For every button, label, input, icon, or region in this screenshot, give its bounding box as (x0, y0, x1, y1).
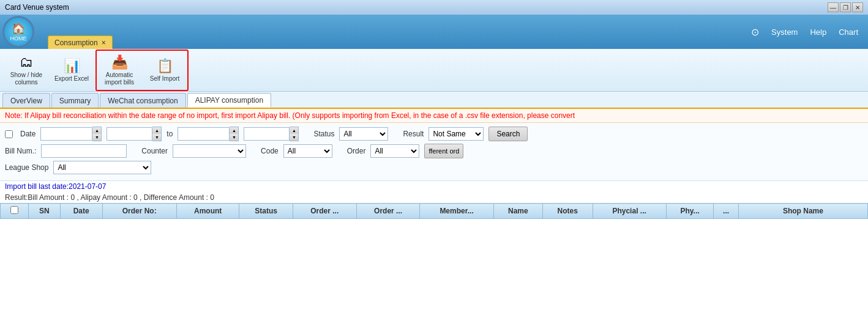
title-tab-area: Consumption × (43, 15, 751, 49)
date-from-input[interactable]: 2021-07-07 ▲ ▼ (40, 127, 102, 141)
info-bar: Import bill last date:2021-07-07 (0, 181, 868, 192)
self-import-label: Self Import (150, 75, 179, 83)
self-import-button[interactable]: 📋 Self Import (143, 52, 186, 89)
auto-import-icon: 📥 (111, 54, 128, 70)
col-order1: Order ... (293, 204, 356, 219)
order-type-button[interactable]: fferent ord (424, 144, 463, 158)
show-hide-columns-button[interactable]: 🗂 Show / hide columns (5, 52, 48, 89)
tab-wechat[interactable]: WeChat consumption (100, 93, 186, 108)
table-header-row: SN Date Order No: Amount Status Order ..… (1, 204, 868, 219)
export-excel-button[interactable]: 📊 Export Excel (50, 52, 93, 89)
home-label: HOME (10, 35, 27, 42)
nav-chart[interactable]: Chart (839, 28, 858, 37)
code-label: Code (261, 147, 279, 155)
order-select[interactable]: All (370, 144, 419, 158)
table-container[interactable]: SN Date Order No: Amount Status Order ..… (0, 203, 868, 310)
header-checkbox[interactable] (10, 206, 18, 214)
result-label: Result (403, 130, 424, 138)
filter-row-2: Bill Num.: Counter Code All Order All ff… (5, 144, 863, 158)
filter-row-1: Date 2021-07-07 ▲ ▼ 00:00:00 ▲ ▼ to (5, 127, 863, 141)
app-title: Card Venue system (5, 3, 69, 12)
data-table: SN Date Order No: Amount Status Order ..… (0, 203, 868, 219)
col-order2: Order ... (356, 204, 420, 219)
date-to-down[interactable]: ▼ (230, 134, 238, 141)
counter-select[interactable] (173, 144, 246, 158)
col-date: Date (60, 204, 102, 219)
title-bar: Card Venue system — ❐ ✕ (0, 0, 868, 15)
date-to-field[interactable]: 2021-07-07 (178, 127, 230, 141)
close-button[interactable]: ✕ (852, 2, 863, 12)
consumption-tab-label: Consumption (54, 39, 98, 47)
result-summary-text: Result:Bill Amount : 0 , Alipay Amount :… (5, 193, 214, 202)
restore-button[interactable]: ❐ (840, 2, 851, 12)
col-phy: Phy... (666, 204, 714, 219)
main-content: Note: If Alipay bill reconciliation with… (0, 109, 868, 310)
import-group: 📥 Automatic import bills 📋 Self Import (95, 50, 189, 91)
league-shop-select[interactable]: All (53, 161, 151, 174)
col-amount: Amount (176, 204, 239, 219)
home-icon: 🏠 (12, 22, 25, 35)
tab-alipay[interactable]: ALIPAY consumption (187, 93, 271, 108)
toolbar: 🗂 Show / hide columns 📊 Export Excel 📥 A… (0, 49, 868, 92)
date-from-field[interactable]: 2021-07-07 (40, 127, 92, 141)
header-row: 🏠 HOME Consumption × ⊙ System Help Chart (0, 15, 868, 49)
counter-label: Counter (141, 147, 168, 155)
code-select[interactable]: All (283, 144, 332, 158)
col-order-no: Order No: (102, 204, 176, 219)
status-label: Status (313, 130, 334, 138)
home-button[interactable]: 🏠 HOME (2, 16, 34, 48)
date-to-up[interactable]: ▲ (230, 127, 238, 134)
nav-help[interactable]: Help (810, 28, 826, 37)
col-ellipsis: ... (714, 204, 738, 219)
show-hide-icon: 🗂 (20, 54, 33, 70)
date-from-down[interactable]: ▼ (92, 134, 101, 141)
col-phycial1: Phycial ... (593, 204, 666, 219)
consumption-tab[interactable]: Consumption × (48, 35, 113, 49)
col-member: Member... (420, 204, 493, 219)
time-from-down[interactable]: ▼ (152, 134, 161, 141)
filter-row-3: League Shop All (5, 161, 863, 174)
export-excel-icon: 📊 (64, 58, 80, 74)
time-from-up[interactable]: ▲ (152, 127, 161, 134)
date-to-input[interactable]: 2021-07-07 ▲ ▼ (178, 127, 239, 141)
app-tab-row: Consumption × (43, 15, 751, 49)
col-notes: Notes (543, 204, 593, 219)
result-summary: Result:Bill Amount : 0 , Alipay Amount :… (0, 192, 868, 203)
to-label: to (166, 130, 173, 138)
col-status: Status (239, 204, 293, 219)
show-hide-label: Show / hide columns (7, 72, 45, 86)
nav-system[interactable]: System (771, 28, 798, 37)
home-area: 🏠 HOME (0, 15, 43, 49)
filter-area: Date 2021-07-07 ▲ ▼ 00:00:00 ▲ ▼ to (0, 123, 868, 181)
content-tabs: OverView Summary WeChat consumption ALIP… (0, 92, 868, 109)
date-from-up[interactable]: ▲ (92, 127, 101, 134)
col-name: Name (493, 204, 542, 219)
minimize-button[interactable]: — (828, 2, 839, 12)
self-import-icon: 📋 (157, 58, 173, 74)
result-select[interactable]: Not Same All Same (428, 127, 484, 141)
import-date-label: Import bill last date: (5, 182, 69, 191)
bill-num-input[interactable] (41, 144, 127, 158)
time-from-input[interactable]: 00:00:00 ▲ ▼ (107, 127, 162, 141)
select-all-checkbox[interactable] (5, 130, 13, 138)
time-to-input[interactable]: 23:59:59 ▲ ▼ (244, 127, 299, 141)
status-select[interactable]: All Paid Refund Cancel (339, 127, 388, 141)
col-checkbox[interactable] (1, 204, 29, 219)
time-from-field[interactable]: 00:00:00 (107, 127, 152, 141)
bill-num-label: Bill Num.: (5, 147, 36, 155)
time-to-field[interactable]: 23:59:59 (244, 127, 290, 141)
note-text: Note: If Alipay bill reconciliation with… (5, 111, 575, 120)
consumption-tab-close[interactable]: × (102, 39, 106, 47)
tab-overview[interactable]: OverView (2, 93, 50, 108)
search-button[interactable]: Search (488, 127, 528, 141)
time-to-down[interactable]: ▼ (290, 134, 298, 141)
auto-import-label: Automatic import bills (100, 72, 138, 86)
note-bar: Note: If Alipay bill reconciliation with… (0, 109, 868, 123)
time-to-up[interactable]: ▲ (290, 127, 298, 134)
nav-expand-icon: ⊙ (751, 26, 759, 38)
export-excel-label: Export Excel (54, 75, 89, 83)
auto-import-button[interactable]: 📥 Automatic import bills (98, 52, 141, 89)
order-label: Order (347, 147, 366, 155)
tab-summary[interactable]: Summary (51, 93, 99, 108)
date-label: Date (20, 130, 36, 138)
